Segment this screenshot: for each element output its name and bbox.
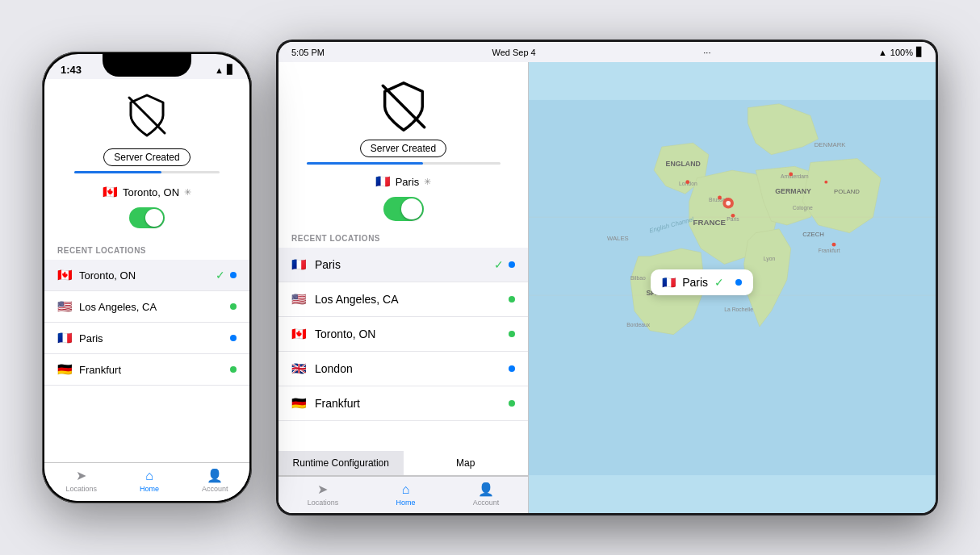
iphone-notch — [103, 54, 191, 77]
ipad-home-panel: Server Created 🇫🇷 Paris ✳ — [279, 62, 528, 229]
wifi-icon: ▲ — [215, 65, 224, 75]
ipad-view-toggle: Runtime Configuration Map — [279, 451, 528, 476]
ipad-status-bar: 5:05 PM Wed Sep 4 ··· ▲ 100% ▊ — [279, 42, 936, 62]
ipad-body: Server Created 🇫🇷 Paris ✳ RECENT LOCATIO… — [279, 62, 936, 513]
ipad-status-right: ▲ 100% ▊ — [878, 47, 923, 57]
locations-tab-label: Locations — [65, 485, 97, 493]
ipad-check-icon-paris: ✓ — [494, 258, 504, 271]
ipad-tab-home[interactable]: ⌂ Home — [396, 482, 415, 507]
svg-point-31 — [685, 180, 689, 184]
battery-icon: ▊ — [227, 65, 233, 75]
ipad-recent-section: RECENT LOCATIONS 🇫🇷 Paris ✓ 🇺🇸 Los Angel… — [279, 229, 528, 451]
ipad-device: 5:05 PM Wed Sep 4 ··· ▲ 100% ▊ — [276, 40, 938, 515]
ipad-time: 5:05 PM — [291, 48, 325, 57]
svg-text:FRANCE: FRANCE — [693, 218, 727, 227]
loc-flag-la: 🇺🇸 — [57, 299, 73, 314]
ipad-loc-item-london[interactable]: 🇬🇧 London — [279, 352, 528, 386]
svg-line-0 — [129, 98, 165, 133]
ipad-account-tab-label: Account — [473, 499, 500, 507]
ipad-shield-off-icon — [375, 78, 432, 135]
loc-flag-paris: 🇫🇷 — [57, 331, 73, 345]
loc-dot-toronto — [230, 272, 237, 278]
iphone-tab-account[interactable]: 👤 Account — [202, 468, 228, 493]
iphone-time: 1:43 — [61, 64, 82, 76]
loc-flag-frankfurt: 🇩🇪 — [57, 362, 73, 377]
svg-point-38 — [726, 201, 731, 206]
shield-icon-wrap — [119, 87, 175, 144]
svg-text:GERMANY: GERMANY — [775, 187, 811, 195]
account-tab-label: Account — [202, 485, 228, 493]
svg-text:Amsterdam: Amsterdam — [781, 173, 809, 179]
loc-name-frankfurt: Frankfurt — [79, 364, 225, 376]
ipad-loc-name-paris: Paris — [315, 258, 491, 271]
iphone-loc-item-la[interactable]: 🇺🇸 Los Angeles, CA — [44, 291, 249, 323]
svg-point-36 — [824, 181, 827, 184]
iphone-tab-locations[interactable]: ➤ Locations — [65, 468, 97, 493]
ipad-loc-dot-paris — [509, 261, 515, 268]
ipad-tab-locations[interactable]: ➤ Locations — [308, 482, 339, 507]
iphone-loc-item-toronto[interactable]: 🇨🇦 Toronto, ON ✓ — [44, 260, 249, 291]
svg-point-35 — [718, 196, 722, 200]
ipad-recent-label: RECENT LOCATIONS — [279, 229, 528, 248]
iphone-location-row: 🇨🇦 Toronto, ON ✳ — [103, 185, 191, 199]
ipad-left-panel: Server Created 🇫🇷 Paris ✳ RECENT LOCATIO… — [279, 62, 529, 513]
ipad-home-tab-icon: ⌂ — [402, 482, 410, 497]
svg-text:La Rochelle: La Rochelle — [724, 307, 753, 312]
ipad-loc-name-toronto: Toronto, ON — [315, 328, 504, 340]
iphone-device: 1:43 ▲ ▊ Server Created � — [42, 52, 252, 503]
loc-name-toronto: Toronto, ON — [79, 269, 212, 282]
runtime-config-button[interactable]: Runtime Configuration — [279, 451, 404, 475]
iphone-tab-bar: ➤ Locations ⌂ Home 👤 Account — [44, 462, 249, 501]
iphone-content: Server Created 🇨🇦 Toronto, ON ✳ RECENT L… — [44, 79, 249, 462]
map-button[interactable]: Map — [404, 451, 529, 475]
ipad-loc-flag-frankfurt: 🇩🇪 — [291, 396, 307, 411]
ipad-loc-item-toronto[interactable]: 🇨🇦 Toronto, ON — [279, 317, 528, 352]
ipad-loc-item-paris[interactable]: 🇫🇷 Paris ✓ — [279, 248, 528, 282]
ipad-vpn-toggle[interactable] — [383, 197, 424, 221]
svg-text:ENGLAND: ENGLAND — [666, 160, 701, 168]
map-container: ENGLAND FRANCE GERMANY SPAIN POLAND CZEC… — [529, 62, 936, 513]
ipad-tab-account[interactable]: 👤 Account — [473, 482, 500, 507]
svg-line-1 — [383, 86, 424, 127]
ipad-server-created-badge: Server Created — [360, 140, 446, 157]
scene: 1:43 ▲ ▊ Server Created � — [26, 23, 954, 532]
svg-text:Lyon: Lyon — [764, 256, 776, 262]
ipad-location-flag: 🇫🇷 — [375, 174, 391, 189]
dots-icon: ··· — [703, 48, 710, 57]
iphone-progress-bar — [74, 171, 220, 173]
ipad-progress-bar — [307, 162, 500, 165]
iphone-tab-home[interactable]: ⌂ Home — [140, 469, 159, 493]
battery-icon-ipad: ▊ — [916, 47, 923, 57]
svg-text:Frankfurt: Frankfurt — [819, 248, 840, 253]
ipad-loc-name-london: London — [315, 362, 504, 375]
ipad-loc-name-frankfurt: Frankfurt — [315, 397, 504, 410]
svg-text:POLAND: POLAND — [834, 188, 860, 195]
map-paris-popup: 🇫🇷 Paris ✓ — [651, 269, 753, 295]
svg-text:Bilbao: Bilbao — [630, 275, 646, 281]
svg-text:Cologne: Cologne — [793, 205, 813, 211]
ipad-location-row: 🇫🇷 Paris ✳ — [375, 174, 432, 189]
svg-point-33 — [789, 173, 793, 177]
iphone-loc-item-paris[interactable]: 🇫🇷 Paris — [44, 323, 249, 354]
iphone-loc-item-frankfurt[interactable]: 🇩🇪 Frankfurt — [44, 354, 249, 386]
ipad-progress-fill — [307, 162, 423, 165]
ipad-loc-name-la: Los Angeles, CA — [315, 293, 504, 306]
locations-tab-icon: ➤ — [76, 468, 86, 483]
popup-dot — [735, 279, 742, 286]
iphone-vpn-toggle[interactable] — [129, 207, 165, 228]
loc-dot-paris — [230, 335, 237, 341]
ipad-shield-icon-wrap — [375, 78, 432, 135]
ipad-locations-tab-icon: ➤ — [317, 482, 328, 497]
svg-text:WALES: WALES — [607, 235, 629, 242]
ipad-location-name: Paris — [396, 176, 420, 188]
ipad-map-panel: ENGLAND FRANCE GERMANY SPAIN POLAND CZEC… — [529, 62, 936, 513]
ipad-loc-flag-la: 🇺🇸 — [291, 292, 307, 307]
ipad-loc-flag-toronto: 🇨🇦 — [291, 327, 307, 341]
iphone-location-name: Toronto, ON — [123, 186, 179, 198]
ipad-loc-item-frankfurt[interactable]: 🇩🇪 Frankfurt — [279, 386, 528, 421]
ipad-loc-item-la[interactable]: 🇺🇸 Los Angeles, CA — [279, 282, 528, 317]
ipad-tab-bar: ➤ Locations ⌂ Home 👤 Account — [279, 476, 528, 513]
svg-text:CZECH: CZECH — [802, 232, 824, 239]
popup-flag: 🇫🇷 — [662, 276, 676, 289]
svg-point-34 — [832, 243, 836, 247]
